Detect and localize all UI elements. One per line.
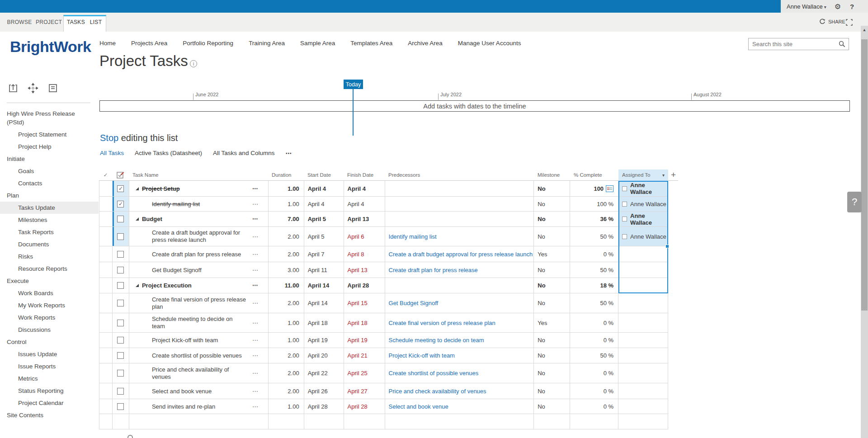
collapse-icon[interactable] [136, 187, 139, 190]
sidebar-item-project-help[interactable]: Project Help [0, 141, 99, 153]
top-nav-item-5[interactable]: Templates Area [350, 40, 392, 47]
predecessor-link[interactable]: Select and book venue [389, 403, 448, 410]
cell-milestone[interactable] [534, 414, 570, 429]
cell-finish-date[interactable]: April 25 [344, 363, 385, 383]
cell-pct-complete[interactable]: 18 % [570, 278, 618, 293]
sidebar-item-execute[interactable]: Execute [0, 275, 99, 287]
sidebar-item-metrics[interactable]: Metrics [0, 372, 99, 385]
floating-help-button[interactable]: ? [847, 192, 862, 212]
cell-start-date[interactable] [304, 414, 344, 429]
select-all-check-icon[interactable]: ✓ [99, 170, 112, 180]
cell-finish-date[interactable]: April 6 [344, 227, 385, 246]
checkbox-unchecked[interactable] [117, 267, 124, 273]
col-header-task-name[interactable]: Task Name [129, 170, 268, 180]
scroll-up-icon[interactable]: ▲ [861, 28, 868, 32]
cell-milestone[interactable]: Yes [534, 246, 570, 262]
cell-assigned-to[interactable] [618, 278, 668, 293]
cell-task-name[interactable]: Price and check availability of venues⋯ [129, 363, 269, 383]
search-icon[interactable] [839, 41, 845, 47]
predecessor-link[interactable]: Create final version of press release pl… [389, 320, 495, 326]
chevron-down-icon[interactable]: ▾ [662, 173, 665, 178]
row-ellipsis-menu[interactable]: ⋯ [252, 282, 259, 289]
cell-duration[interactable]: 2.00 [269, 348, 304, 363]
cell-task-name[interactable]: Project Kick-off with team⋯ [129, 333, 269, 348]
user-menu[interactable]: Anne Wallace▾ [787, 3, 826, 10]
checkbox-checked[interactable]: ✓ [117, 185, 124, 192]
cell-milestone[interactable]: Yes [534, 313, 570, 333]
cell-task-name[interactable]: Select and book venue⋯ [129, 383, 269, 399]
tab-browse[interactable]: BROWSE [7, 13, 32, 32]
cell-assigned-to[interactable] [618, 414, 668, 429]
cell-assigned-to[interactable] [618, 333, 668, 348]
cell-predecessors[interactable]: Select and book venue [385, 399, 534, 414]
cell-duration[interactable]: 2.00 [269, 227, 304, 246]
cell-pct-complete[interactable]: 0 % [570, 333, 618, 348]
cell-finish-date[interactable]: April 27 [344, 383, 385, 399]
row-ellipsis-menu[interactable]: ⋯ [252, 251, 259, 258]
cell-pct-complete[interactable]: 36 % [570, 212, 618, 227]
cell-pct-complete[interactable]: 100 [570, 181, 618, 197]
move-icon[interactable] [28, 83, 38, 95]
cell-start-date[interactable]: April 11 [304, 262, 344, 278]
cell-row-select[interactable] [99, 278, 113, 293]
col-header-duration[interactable]: Duration [268, 170, 304, 180]
cell-row-checkbox[interactable] [113, 262, 129, 278]
cell-pct-complete[interactable]: 50 % [570, 348, 618, 363]
cell-row-checkbox[interactable] [113, 363, 129, 383]
cell-pct-complete[interactable]: 0 % [570, 383, 618, 399]
edit-checkbox-icon[interactable] [112, 170, 129, 180]
cell-task-name[interactable] [129, 414, 269, 429]
cell-task-name[interactable]: Send invites and re-plan⋯ [129, 399, 269, 414]
cell-row-select[interactable] [99, 293, 113, 313]
sidebar-item-contacts[interactable]: Contacts [0, 177, 99, 189]
cell-row-select[interactable] [99, 414, 113, 429]
cell-predecessors[interactable]: Price and check availability of venues [385, 383, 534, 399]
cell-start-date[interactable]: April 5 [304, 227, 344, 246]
sidebar-item-issue-reports[interactable]: Issue Reports [0, 360, 99, 372]
cell-duration[interactable]: 7.00 [269, 212, 304, 227]
cell-task-name[interactable]: Create a draft budget approval for press… [129, 227, 269, 246]
cell-row-checkbox[interactable] [113, 333, 129, 348]
cell-finish-date[interactable]: April 21 [344, 348, 385, 363]
checkbox-unchecked[interactable] [117, 403, 124, 410]
cell-milestone[interactable]: No [534, 333, 570, 348]
cell-pct-complete[interactable]: 50 % [570, 293, 618, 313]
cell-start-date[interactable]: April 14 [304, 293, 344, 313]
sidebar-item-work-reports[interactable]: Work Reports [0, 311, 99, 324]
cell-row-checkbox[interactable] [113, 414, 129, 429]
cell-row-select[interactable] [99, 383, 113, 399]
sidebar-item-site-contents[interactable]: Site Contents [0, 409, 99, 421]
sidebar-item-tasks-update[interactable]: Tasks Update [0, 202, 99, 214]
cell-predecessors[interactable] [385, 181, 534, 197]
cell-duration[interactable]: 2.00 [269, 293, 304, 313]
checkbox-unchecked[interactable] [117, 233, 124, 240]
cell-start-date[interactable]: April 7 [304, 246, 344, 262]
row-ellipsis-menu[interactable]: ⋯ [252, 370, 259, 377]
cell-task-name[interactable]: Create final version of press release pl… [129, 293, 269, 313]
cell-milestone[interactable]: No [534, 363, 570, 383]
cell-start-date[interactable]: April 5 [304, 212, 344, 227]
cell-milestone[interactable]: No [534, 181, 570, 197]
cell-assigned-to[interactable] [618, 399, 668, 414]
tab-project[interactable]: PROJECT [38, 13, 60, 32]
cell-finish-date[interactable]: April 28 [344, 278, 385, 293]
cell-finish-date[interactable]: April 18 [344, 313, 385, 333]
cell-pct-complete[interactable] [570, 414, 618, 429]
checkbox-checked[interactable]: ✓ [117, 201, 124, 207]
share-button[interactable]: SHARE [819, 19, 845, 25]
person-checkbox[interactable] [622, 202, 627, 207]
cell-predecessors[interactable]: Schedule meeting to decide on team [385, 333, 534, 348]
cell-finish-date[interactable]: April 13 [344, 212, 385, 227]
cell-start-date[interactable]: April 19 [304, 333, 344, 348]
predecessor-link[interactable]: Price and check availability of venues [389, 388, 486, 395]
cell-duration[interactable]: 1.00 [269, 313, 304, 333]
cell-assigned-to[interactable] [618, 313, 668, 333]
person-checkbox[interactable] [622, 217, 627, 221]
cell-pct-complete[interactable]: 0 % [570, 363, 618, 383]
cell-predecessors[interactable]: Get Budget Signoff [385, 293, 534, 313]
cell-row-checkbox[interactable] [113, 212, 129, 227]
cell-start-date[interactable]: April 20 [304, 348, 344, 363]
cell-milestone[interactable]: No [534, 383, 570, 399]
cell-assigned-to[interactable]: Anne Wallace [618, 197, 668, 212]
cell-milestone[interactable]: No [534, 212, 570, 227]
